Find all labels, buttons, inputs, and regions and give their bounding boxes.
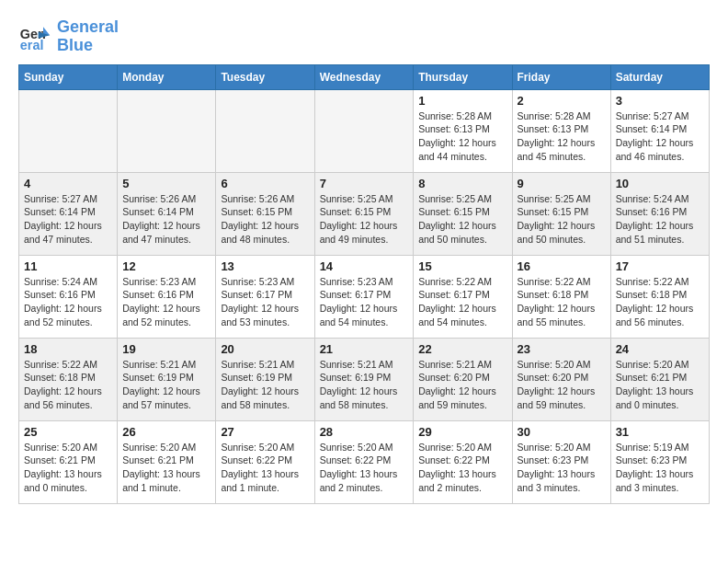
day-cell-22: 22Sunrise: 5:21 AMSunset: 6:20 PMDayligh… — [414, 338, 512, 420]
logo-icon: Gen eral — [18, 20, 51, 53]
day-number: 30 — [518, 425, 606, 439]
day-info: Sunrise: 5:22 AMSunset: 6:18 PMDaylight:… — [616, 275, 704, 329]
empty-cell — [216, 89, 314, 172]
day-number: 9 — [518, 177, 606, 190]
day-number: 5 — [122, 177, 210, 190]
day-cell-15: 15Sunrise: 5:22 AMSunset: 6:17 PMDayligh… — [414, 255, 512, 338]
day-cell-14: 14Sunrise: 5:23 AMSunset: 6:17 PMDayligh… — [314, 255, 414, 338]
logo: Gen eral General Blue — [18, 18, 119, 55]
week-row-5: 25Sunrise: 5:20 AMSunset: 6:21 PMDayligh… — [19, 420, 710, 503]
day-info: Sunrise: 5:24 AMSunset: 6:16 PMDaylight:… — [24, 275, 112, 329]
day-number: 7 — [320, 177, 409, 190]
day-number: 28 — [320, 425, 409, 439]
day-cell-11: 11Sunrise: 5:24 AMSunset: 6:16 PMDayligh… — [19, 255, 118, 338]
day-info: Sunrise: 5:20 AMSunset: 6:22 PMDaylight:… — [320, 441, 409, 495]
day-info: Sunrise: 5:21 AMSunset: 6:19 PMDaylight:… — [221, 358, 309, 412]
empty-cell — [118, 89, 216, 172]
day-info: Sunrise: 5:23 AMSunset: 6:16 PMDaylight:… — [122, 275, 210, 329]
day-number: 16 — [518, 259, 606, 273]
day-number: 1 — [418, 94, 506, 108]
day-cell-19: 19Sunrise: 5:21 AMSunset: 6:19 PMDayligh… — [118, 338, 216, 420]
day-number: 15 — [418, 259, 506, 273]
day-number: 14 — [320, 259, 409, 273]
day-info: Sunrise: 5:20 AMSunset: 6:23 PMDaylight:… — [518, 441, 606, 495]
day-cell-30: 30Sunrise: 5:20 AMSunset: 6:23 PMDayligh… — [512, 420, 610, 503]
day-cell-16: 16Sunrise: 5:22 AMSunset: 6:18 PMDayligh… — [512, 255, 610, 338]
week-row-4: 18Sunrise: 5:22 AMSunset: 6:18 PMDayligh… — [19, 338, 710, 420]
day-number: 4 — [24, 177, 112, 190]
day-number: 12 — [122, 259, 210, 273]
day-info: Sunrise: 5:22 AMSunset: 6:17 PMDaylight:… — [418, 275, 506, 329]
weekday-header-tuesday: Tuesday — [216, 64, 314, 89]
day-info: Sunrise: 5:20 AMSunset: 6:22 PMDaylight:… — [221, 441, 309, 495]
day-info: Sunrise: 5:20 AMSunset: 6:21 PMDaylight:… — [616, 358, 704, 412]
day-number: 24 — [616, 342, 704, 356]
day-info: Sunrise: 5:20 AMSunset: 6:22 PMDaylight:… — [418, 441, 506, 495]
day-info: Sunrise: 5:27 AMSunset: 6:14 PMDaylight:… — [616, 109, 704, 164]
day-cell-13: 13Sunrise: 5:23 AMSunset: 6:17 PMDayligh… — [216, 255, 314, 338]
day-info: Sunrise: 5:20 AMSunset: 6:21 PMDaylight:… — [24, 441, 112, 495]
day-info: Sunrise: 5:20 AMSunset: 6:20 PMDaylight:… — [518, 358, 606, 412]
page-header: Gen eral General Blue — [18, 18, 710, 55]
day-number: 19 — [122, 342, 210, 356]
day-cell-31: 31Sunrise: 5:19 AMSunset: 6:23 PMDayligh… — [610, 420, 709, 503]
day-cell-24: 24Sunrise: 5:20 AMSunset: 6:21 PMDayligh… — [610, 338, 709, 420]
logo-text: General Blue — [57, 18, 119, 55]
day-cell-2: 2Sunrise: 5:28 AMSunset: 6:13 PMDaylight… — [512, 89, 610, 172]
day-number: 23 — [518, 342, 606, 356]
day-info: Sunrise: 5:28 AMSunset: 6:13 PMDaylight:… — [518, 109, 606, 164]
day-number: 31 — [616, 425, 704, 439]
day-number: 6 — [221, 177, 309, 190]
weekday-header-thursday: Thursday — [414, 64, 512, 89]
day-cell-9: 9Sunrise: 5:25 AMSunset: 6:15 PMDaylight… — [512, 172, 610, 255]
day-info: Sunrise: 5:23 AMSunset: 6:17 PMDaylight:… — [320, 275, 409, 329]
day-number: 22 — [418, 342, 506, 356]
weekday-header-friday: Friday — [512, 64, 610, 89]
day-cell-27: 27Sunrise: 5:20 AMSunset: 6:22 PMDayligh… — [216, 420, 314, 503]
day-cell-20: 20Sunrise: 5:21 AMSunset: 6:19 PMDayligh… — [216, 338, 314, 420]
day-cell-29: 29Sunrise: 5:20 AMSunset: 6:22 PMDayligh… — [414, 420, 512, 503]
day-number: 11 — [24, 259, 112, 273]
day-info: Sunrise: 5:26 AMSunset: 6:14 PMDaylight:… — [122, 192, 210, 247]
day-cell-17: 17Sunrise: 5:22 AMSunset: 6:18 PMDayligh… — [610, 255, 709, 338]
day-cell-12: 12Sunrise: 5:23 AMSunset: 6:16 PMDayligh… — [118, 255, 216, 338]
day-cell-21: 21Sunrise: 5:21 AMSunset: 6:19 PMDayligh… — [314, 338, 414, 420]
week-row-1: 1Sunrise: 5:28 AMSunset: 6:13 PMDaylight… — [19, 89, 710, 172]
day-number: 18 — [24, 342, 112, 356]
day-cell-1: 1Sunrise: 5:28 AMSunset: 6:13 PMDaylight… — [414, 89, 512, 172]
week-row-3: 11Sunrise: 5:24 AMSunset: 6:16 PMDayligh… — [19, 255, 710, 338]
day-number: 3 — [616, 94, 704, 108]
empty-cell — [314, 89, 414, 172]
day-number: 17 — [616, 259, 704, 273]
day-info: Sunrise: 5:25 AMSunset: 6:15 PMDaylight:… — [418, 192, 506, 247]
weekday-header-wednesday: Wednesday — [314, 64, 414, 89]
day-info: Sunrise: 5:19 AMSunset: 6:23 PMDaylight:… — [616, 441, 704, 495]
day-info: Sunrise: 5:20 AMSunset: 6:21 PMDaylight:… — [122, 441, 210, 495]
day-info: Sunrise: 5:21 AMSunset: 6:20 PMDaylight:… — [418, 358, 506, 412]
day-cell-18: 18Sunrise: 5:22 AMSunset: 6:18 PMDayligh… — [19, 338, 118, 420]
day-cell-3: 3Sunrise: 5:27 AMSunset: 6:14 PMDaylight… — [610, 89, 709, 172]
day-number: 13 — [221, 259, 309, 273]
day-number: 20 — [221, 342, 309, 356]
day-cell-4: 4Sunrise: 5:27 AMSunset: 6:14 PMDaylight… — [19, 172, 118, 255]
weekday-header-sunday: Sunday — [19, 64, 118, 89]
day-info: Sunrise: 5:26 AMSunset: 6:15 PMDaylight:… — [221, 192, 309, 247]
day-info: Sunrise: 5:21 AMSunset: 6:19 PMDaylight:… — [122, 358, 210, 412]
day-cell-7: 7Sunrise: 5:25 AMSunset: 6:15 PMDaylight… — [314, 172, 414, 255]
day-info: Sunrise: 5:22 AMSunset: 6:18 PMDaylight:… — [518, 275, 606, 329]
weekday-header-saturday: Saturday — [610, 64, 709, 89]
day-info: Sunrise: 5:27 AMSunset: 6:14 PMDaylight:… — [24, 192, 112, 247]
day-cell-8: 8Sunrise: 5:25 AMSunset: 6:15 PMDaylight… — [414, 172, 512, 255]
day-number: 29 — [418, 425, 506, 439]
day-cell-26: 26Sunrise: 5:20 AMSunset: 6:21 PMDayligh… — [118, 420, 216, 503]
day-cell-5: 5Sunrise: 5:26 AMSunset: 6:14 PMDaylight… — [118, 172, 216, 255]
day-number: 27 — [221, 425, 309, 439]
day-info: Sunrise: 5:23 AMSunset: 6:17 PMDaylight:… — [221, 275, 309, 329]
day-info: Sunrise: 5:28 AMSunset: 6:13 PMDaylight:… — [418, 109, 506, 164]
weekday-header-row: SundayMondayTuesdayWednesdayThursdayFrid… — [19, 64, 710, 89]
empty-cell — [19, 89, 118, 172]
svg-text:eral: eral — [20, 38, 44, 52]
day-info: Sunrise: 5:24 AMSunset: 6:16 PMDaylight:… — [616, 192, 704, 247]
day-number: 26 — [122, 425, 210, 439]
day-info: Sunrise: 5:25 AMSunset: 6:15 PMDaylight:… — [518, 192, 606, 247]
